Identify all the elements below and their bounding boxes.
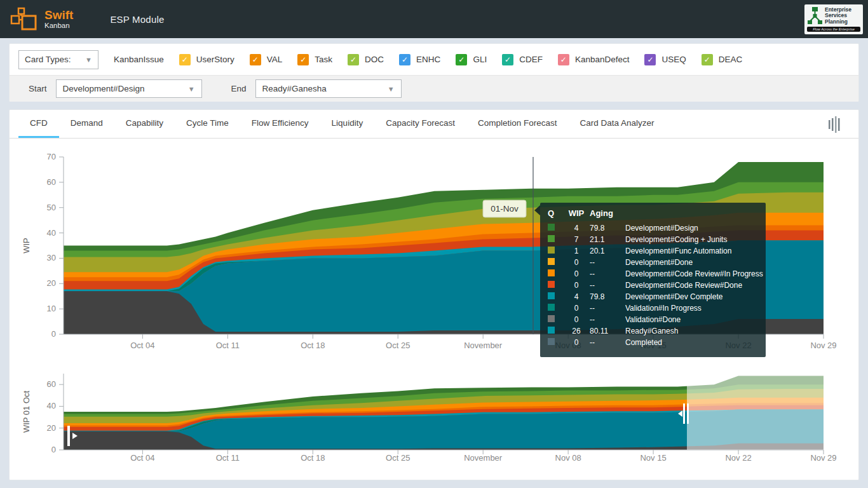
series-swatch: [548, 292, 555, 299]
card-type-gli: ✓GLI: [456, 54, 487, 65]
tooltip-aging-value: 20.1: [590, 247, 625, 255]
card-types-dropdown[interactable]: Card Types: ▼: [18, 50, 98, 69]
card-type-checkbox[interactable]: ✓: [179, 54, 191, 65]
svg-text:20: 20: [47, 423, 56, 433]
start-select-value: Development#Design: [63, 84, 145, 93]
card-type-checkbox[interactable]: ✓: [250, 54, 261, 65]
tooltip-row: 120.1Development#Func Automation: [540, 245, 766, 257]
esp-logo: Enterprise Services Planning Flow Across…: [804, 4, 863, 34]
tab-flow-efficiency[interactable]: Flow Efficiency: [240, 110, 320, 138]
tooltip-col-q: Q: [540, 208, 563, 218]
card-type-checkbox[interactable]: ✓: [502, 54, 513, 65]
card-type-label: VAL: [267, 55, 283, 64]
brush-handle-left[interactable]: [67, 426, 70, 446]
tooltip-wip-value: 0: [563, 269, 590, 278]
tooltip-aging-value: 80.11: [590, 327, 625, 336]
tooltip-stage-label: Development#Code Review#In Progress: [625, 269, 766, 278]
brand-subname: Kanban: [44, 22, 73, 30]
tooltip-wip-value: 0: [563, 258, 590, 267]
chevron-down-icon: ▼: [85, 56, 92, 64]
card-type-doc: ✓DOC: [348, 54, 384, 65]
end-select-value: Ready#Ganesha: [262, 84, 327, 93]
brush-handle-right[interactable]: [683, 403, 685, 424]
svg-text:Oct 04: Oct 04: [130, 341, 154, 350]
tooltip-wip-value: 7: [563, 235, 590, 244]
swiftkanban-logo: Swift Kanban: [10, 6, 73, 32]
tab-cfd[interactable]: CFD: [18, 110, 59, 138]
page-title: ESP Module: [110, 14, 164, 25]
start-label: Start: [29, 84, 47, 93]
svg-text:WIP 01 Oct: WIP 01 Oct: [22, 391, 31, 433]
card-type-label: UserStory: [196, 55, 234, 64]
tooltip-row: 0--Completed: [540, 337, 766, 348]
tooltip-aging-value: --: [590, 281, 625, 290]
svg-text:November: November: [464, 341, 503, 350]
card-type-label: DOC: [365, 55, 384, 64]
tab-completion-forecast[interactable]: Completion Forecast: [466, 110, 569, 138]
card-type-checkbox[interactable]: ✓: [644, 54, 656, 65]
series-swatch: [548, 304, 555, 311]
analytics-tabs: CFDDemandCapabilityCycle TimeFlow Effici…: [10, 110, 858, 139]
card-type-checkbox[interactable]: ✓: [297, 54, 309, 65]
card-type-kanbanissue: KanbanIssue: [114, 55, 164, 64]
tooltip-stage-label: Validation#Done: [625, 315, 766, 324]
card-type-checkbox[interactable]: ✓: [399, 54, 410, 65]
tooltip-row: 479.8Development#Design: [540, 222, 766, 234]
svg-text:Oct 04: Oct 04: [130, 453, 154, 463]
tooltip-wip-value: 4: [563, 292, 590, 301]
card-type-val: ✓VAL: [250, 54, 283, 65]
card-type-label: ENHC: [416, 55, 440, 64]
end-select[interactable]: Ready#Ganesha ▼: [255, 79, 402, 98]
tooltip-header: Q WIP Aging: [540, 203, 766, 222]
tooltip-row: 0--Validation#In Progress: [540, 302, 766, 314]
series-swatch: [548, 281, 555, 288]
chevron-down-icon: ▼: [188, 85, 195, 93]
svg-text:Oct 25: Oct 25: [386, 453, 410, 463]
tab-card-data-analyzer[interactable]: Card Data Analyzer: [569, 110, 666, 138]
chart-columns-icon[interactable]: [828, 116, 842, 133]
series-swatch: [548, 269, 555, 276]
tooltip-aging-value: --: [590, 269, 625, 278]
svg-text:70: 70: [47, 152, 56, 161]
svg-text:30: 30: [47, 253, 56, 262]
series-swatch: [548, 315, 555, 322]
tooltip-row: 0--Development#Code Review#In Progress: [540, 268, 766, 280]
svg-text:November: November: [464, 453, 503, 463]
esp-logo-line: Planning: [825, 19, 851, 25]
cfd-brush-chart[interactable]: 0204060Oct 04Oct 11Oct 18Oct 25NovemberN…: [10, 361, 860, 474]
tab-capability[interactable]: Capability: [114, 110, 175, 138]
start-select[interactable]: Development#Design ▼: [56, 79, 202, 98]
tooltip-wip-value: 4: [563, 224, 590, 233]
card-type-userstory: ✓UserStory: [179, 54, 234, 65]
svg-text:WIP: WIP: [22, 238, 31, 254]
card-type-checkbox[interactable]: ✓: [456, 54, 467, 65]
card-type-task: ✓Task: [297, 54, 332, 65]
tooltip-row: 2680.11Ready#Ganesh: [540, 325, 766, 337]
tooltip-aging-value: --: [590, 338, 625, 347]
analytics-panel: CFDDemandCapabilityCycle TimeFlow Effici…: [9, 109, 859, 480]
filters-panel: Card Types: ▼ KanbanIssue✓UserStory✓VAL✓…: [9, 43, 859, 102]
cfd-tooltip: Q WIP Aging 479.8Development#Design721.1…: [540, 203, 766, 357]
tooltip-aging-value: --: [590, 315, 625, 324]
svg-text:20: 20: [47, 278, 56, 288]
tooltip-row: 0--Validation#Done: [540, 314, 766, 325]
card-type-checkbox[interactable]: ✓: [702, 54, 713, 65]
top-header-bar: Swift Kanban ESP Module Enterprise Servi…: [0, 0, 868, 38]
card-type-checkbox[interactable]: ✓: [558, 54, 569, 65]
card-type-checkbox[interactable]: ✓: [348, 54, 359, 65]
tooltip-stage-label: Development#Code Review#Done: [625, 281, 766, 290]
svg-text:Oct 11: Oct 11: [216, 341, 240, 350]
svg-text:Nov 15: Nov 15: [640, 453, 666, 463]
tooltip-wip-value: 0: [563, 315, 590, 324]
card-type-label: Task: [315, 55, 332, 64]
card-type-deac: ✓DEAC: [702, 54, 743, 65]
tab-cycle-time[interactable]: Cycle Time: [175, 110, 240, 138]
svg-text:40: 40: [47, 401, 56, 410]
tooltip-stage-label: Development#Coding + Junits: [625, 235, 766, 244]
svg-text:60: 60: [47, 177, 56, 187]
tab-liquidity[interactable]: Liquidity: [320, 110, 375, 138]
tab-demand[interactable]: Demand: [59, 110, 114, 138]
series-swatch: [548, 235, 555, 242]
tab-capacity-forecast[interactable]: Capacity Forecast: [374, 110, 466, 138]
card-type-label: KanbanDefect: [575, 55, 630, 64]
